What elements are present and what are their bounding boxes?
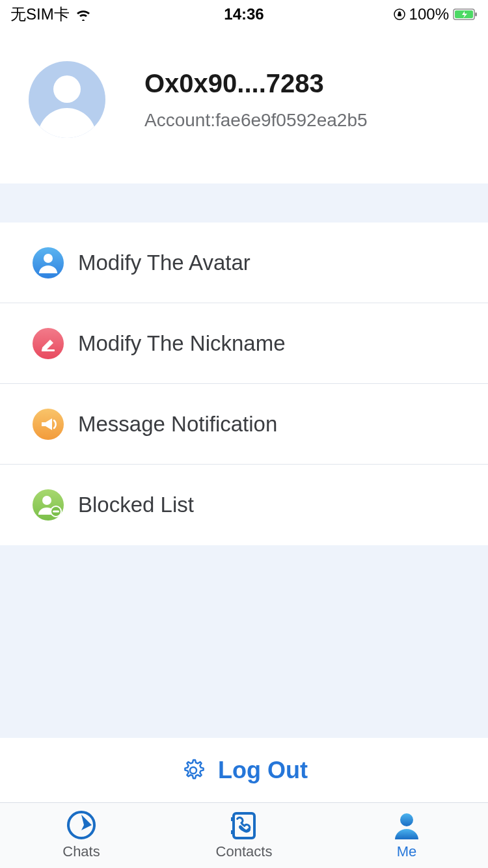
tab-bar: Chats Contacts Me xyxy=(0,803,488,868)
tab-chats[interactable]: Chats xyxy=(0,803,163,868)
modify-avatar-item[interactable]: Modify The Avatar xyxy=(0,223,488,303)
battery-icon xyxy=(453,8,478,20)
svg-rect-17 xyxy=(231,830,234,834)
edit-icon xyxy=(33,328,64,359)
account-value: fae6e9f0592ea2b5 xyxy=(215,110,368,130)
tab-me[interactable]: Me xyxy=(325,803,488,868)
chats-icon xyxy=(64,811,98,841)
svg-rect-7 xyxy=(42,349,55,351)
battery-text: 100% xyxy=(409,5,449,23)
tab-me-label: Me xyxy=(397,843,417,860)
svg-rect-12 xyxy=(53,511,59,513)
tab-contacts[interactable]: Contacts xyxy=(163,803,325,868)
contacts-icon xyxy=(227,811,261,841)
megaphone-icon xyxy=(33,409,64,440)
svg-rect-3 xyxy=(475,12,477,16)
status-right: 100% xyxy=(394,5,478,23)
svg-point-13 xyxy=(190,767,197,774)
me-icon xyxy=(390,811,424,841)
gear-icon xyxy=(180,757,206,783)
avatar xyxy=(29,61,105,138)
blocked-list-label: Blocked List xyxy=(78,493,194,517)
message-notification-label: Message Notification xyxy=(78,412,277,437)
svg-point-5 xyxy=(44,254,53,263)
modify-nickname-item[interactable]: Modify The Nickname xyxy=(0,303,488,384)
profile-header[interactable]: Ox0x90....7283 Account:fae6e9f0592ea2b5 xyxy=(0,29,488,183)
profile-text: Ox0x90....7283 Account:fae6e9f0592ea2b5 xyxy=(144,69,368,131)
orientation-lock-icon xyxy=(394,8,405,20)
display-name: Ox0x90....7283 xyxy=(144,69,368,98)
logout-label: Log Out xyxy=(218,757,308,784)
carrier-text: 无SIM卡 xyxy=(10,4,70,25)
status-time: 14:36 xyxy=(224,5,264,23)
settings-menu: Modify The Avatar Modify The Nickname Me… xyxy=(0,223,488,545)
account-line: Account:fae6e9f0592ea2b5 xyxy=(144,110,368,131)
logout-button[interactable]: Log Out xyxy=(0,738,488,803)
section-gap xyxy=(0,183,488,223)
modify-avatar-label: Modify The Avatar xyxy=(78,251,251,275)
blocked-list-item[interactable]: Blocked List xyxy=(0,465,488,545)
account-prefix: Account: xyxy=(144,110,215,130)
modify-nickname-label: Modify The Nickname xyxy=(78,331,286,356)
person-icon xyxy=(33,247,64,278)
svg-point-10 xyxy=(42,496,51,505)
tab-contacts-label: Contacts xyxy=(216,843,273,860)
tab-chats-label: Chats xyxy=(62,843,100,860)
status-bar: 无SIM卡 14:36 100% xyxy=(0,0,488,29)
svg-rect-16 xyxy=(231,817,234,821)
status-left: 无SIM卡 xyxy=(10,4,92,25)
spacer xyxy=(0,545,488,738)
svg-point-18 xyxy=(400,813,413,826)
wifi-icon xyxy=(75,8,92,21)
blocked-user-icon xyxy=(33,489,64,521)
message-notification-item[interactable]: Message Notification xyxy=(0,384,488,465)
